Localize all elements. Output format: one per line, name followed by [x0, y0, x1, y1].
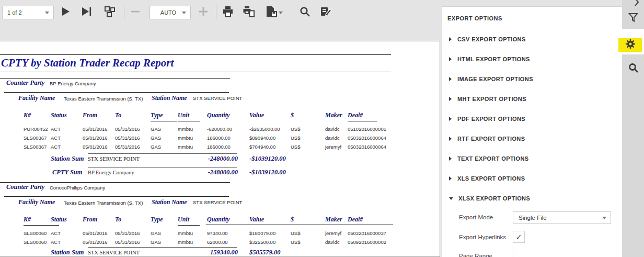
table-cell: 97340.00: [207, 230, 228, 236]
station-sum-label: Station Sum: [51, 155, 84, 163]
report-page: CPTY by Station Trader Recap Report Coun…: [0, 41, 440, 257]
group-xlsx-export-options[interactable]: XLSX EXPORT OPTIONS: [449, 194, 530, 202]
table-cell: GAS: [151, 230, 161, 236]
column-header: Deal#: [348, 111, 377, 121]
table-cell: 05/31/2016: [115, 135, 140, 141]
zoom-in-button[interactable]: [196, 5, 211, 20]
export-document-icon: [265, 5, 278, 20]
search-button[interactable]: [297, 5, 313, 20]
table-cell: mmbtu: [178, 239, 193, 245]
export-button[interactable]: [263, 5, 285, 20]
table-cell: ACT: [51, 144, 61, 150]
group-label: IMAGE EXPORT OPTIONS: [457, 76, 533, 82]
tab-filter[interactable]: [622, 9, 644, 27]
multi-page-view-button[interactable]: [102, 5, 118, 20]
cpty-sum-quantity: -248000.00: [201, 169, 238, 176]
group-label: HTML EXPORT OPTIONS: [457, 56, 530, 62]
zoom-selector[interactable]: AUTO: [150, 6, 191, 19]
group-rtf-export-options[interactable]: RTF EXPORT OPTIONS: [449, 135, 525, 142]
station-sum-name: STX SERVICE POINT: [88, 156, 140, 162]
station-sum-label: Station Sum: [51, 249, 84, 256]
table-cell: davidc: [325, 135, 339, 141]
table-row: SLS00367ACT05/01/201605/31/2016GASmmbtu1…: [0, 135, 440, 142]
table-row: SLS00060ACT05/01/201605/31/2016GASmmbtu6…: [0, 239, 440, 247]
rule: [88, 167, 237, 167]
print-button[interactable]: [220, 5, 236, 20]
table-cell: SLS00367: [24, 135, 47, 141]
table-cell: GAS: [151, 239, 161, 245]
rule: [206, 225, 393, 225]
next-page-button[interactable]: [58, 5, 73, 20]
zoom-selector-value: AUTO: [150, 9, 182, 16]
table-cell: 05/01/2016: [83, 230, 108, 236]
toolbar-separator: [216, 5, 216, 20]
chevron-right-icon: [449, 77, 452, 81]
export-mode-select[interactable]: Single File: [513, 211, 611, 224]
export-mode-label: Export Mode: [459, 214, 493, 220]
counter-party-value: BP Energy Company: [50, 81, 96, 86]
group-pdf-export-options[interactable]: PDF EXPORT OPTIONS: [449, 115, 525, 122]
table-cell: 62000.00: [207, 239, 228, 245]
table-cell: US$: [291, 239, 300, 245]
zoom-out-icon: [129, 5, 142, 20]
column-header: Quantity: [207, 111, 229, 119]
export-options-title: EXPORT OPTIONS: [447, 15, 502, 21]
table-cell: jeremyf: [325, 230, 341, 236]
print-icon: [222, 5, 234, 20]
station-sum-name: STX SERVICE POINT: [88, 250, 140, 255]
cpty-sum-name: BP Energy Company: [88, 170, 134, 175]
search-icon: [298, 5, 311, 20]
zoom-out-button[interactable]: [128, 5, 143, 20]
table-header-row: K# Status From To Type Unit Quantity Val…: [0, 216, 440, 223]
tab-settings[interactable]: [618, 38, 642, 52]
search-icon: [627, 61, 639, 76]
group-label: XLS EXPORT OPTIONS: [457, 175, 525, 182]
table-cell: US$: [291, 126, 300, 132]
export-options-panel: EXPORT OPTIONS CSV EXPORT OPTIONS HTML E…: [442, 6, 622, 257]
settings-gear-icon: [625, 38, 636, 52]
table-cell: 05102016000001: [348, 126, 386, 132]
chevron-right-icon: [449, 57, 452, 61]
group-text-export-options[interactable]: TEXT EXPORT OPTIONS: [449, 154, 529, 162]
viewer-toolbar: 1 of 2 AUTO: [0, 0, 442, 25]
print-page-button[interactable]: [241, 5, 257, 20]
chevron-down-icon: [182, 12, 186, 14]
table-row: SLS00367ACT05/01/201605/31/2016GASmmbtu1…: [0, 144, 440, 151]
table-cell: SLS00367: [24, 144, 47, 150]
edit-document-button[interactable]: [318, 5, 334, 20]
edit-document-icon: [319, 5, 332, 20]
last-page-button[interactable]: [78, 5, 94, 20]
page-selector[interactable]: 1 of 2: [2, 6, 54, 19]
group-xls-export-options[interactable]: XLS EXPORT OPTIONS: [449, 174, 525, 182]
table-row: PUR00452ACT05/01/201605/31/2016GASmmbtu-…: [0, 126, 440, 133]
collapse-chevron-icon[interactable]: [632, 0, 641, 8]
table-cell: 05/31/2016: [115, 144, 140, 150]
column-header: $: [291, 216, 294, 224]
rule: [0, 182, 230, 183]
table-cell: 05/01/2016: [83, 135, 108, 141]
group-image-export-options[interactable]: IMAGE EXPORT OPTIONS: [449, 75, 533, 83]
table-cell: 05092016000002: [348, 239, 386, 245]
group-html-export-options[interactable]: HTML EXPORT OPTIONS: [449, 55, 530, 63]
rule: [0, 54, 391, 55]
rule: [88, 153, 237, 154]
facility-name-label: Facility Name: [18, 94, 55, 102]
tab-search[interactable]: [622, 60, 644, 77]
chevron-down-icon: [45, 12, 49, 14]
table-cell: SLS00060: [24, 239, 47, 245]
rule: [0, 72, 391, 72]
group-csv-export-options[interactable]: CSV EXPORT OPTIONS: [449, 35, 526, 43]
cpty-sum-label: CPTY Sum: [52, 169, 83, 176]
table-cell: GAS: [151, 126, 161, 132]
page-range-input[interactable]: [513, 251, 615, 257]
chevron-right-icon: [449, 117, 452, 121]
rule: [0, 78, 230, 79]
page-range-label: Page Range: [459, 253, 492, 257]
group-mht-export-options[interactable]: MHT EXPORT OPTIONS: [449, 95, 526, 103]
table-cell: davidc: [325, 126, 339, 132]
table-cell: GAS: [151, 135, 161, 141]
facility-name-value: Texas Eastern Transmission (S. TX): [64, 96, 143, 102]
column-header: Quantity: [207, 216, 229, 224]
export-hyperlinks-checkbox[interactable]: ✓: [513, 231, 525, 243]
station-sum-quantity: -248000.00: [201, 155, 238, 163]
